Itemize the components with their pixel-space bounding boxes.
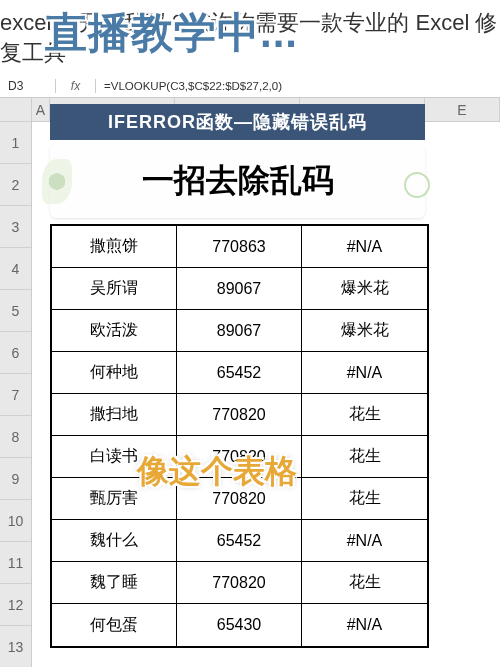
- table-row: 欧活泼89067爆米花: [52, 310, 427, 352]
- cell[interactable]: 爆米花: [302, 268, 427, 310]
- cell[interactable]: 89067: [177, 310, 302, 352]
- table-row: 撒煎饼770863#N/A: [52, 226, 427, 268]
- cell[interactable]: 何包蛋: [52, 604, 177, 646]
- cell[interactable]: 65452: [177, 352, 302, 394]
- cell[interactable]: 花生: [302, 562, 427, 604]
- fx-icon[interactable]: fx: [56, 79, 96, 93]
- content-area: A B C D E IFERROR函数—隐藏错误乱码 一招去除乱码 撒煎饼770…: [32, 98, 500, 667]
- cell[interactable]: 65452: [177, 520, 302, 562]
- col-header[interactable]: E: [425, 98, 500, 121]
- spreadsheet: 1 2 3 4 5 6 7 8 9 10 11 12 13 14 A B C D…: [0, 98, 500, 667]
- table-row: 撒扫地770820花生: [52, 394, 427, 436]
- row-header[interactable]: 7: [0, 374, 31, 416]
- col-header[interactable]: A: [32, 98, 50, 121]
- cell-reference[interactable]: D3: [0, 79, 56, 93]
- formula-bar: D3 fx =VLOOKUP(C3,$C$22:$D$27,2,0): [0, 74, 500, 98]
- data-table: 撒煎饼770863#N/A 吴所谓89067爆米花 欧活泼89067爆米花 何种…: [50, 224, 429, 648]
- table-row: 何种地65452#N/A: [52, 352, 427, 394]
- row-header[interactable]: 1: [0, 122, 31, 164]
- cell[interactable]: 770863: [177, 226, 302, 268]
- row-headers: 1 2 3 4 5 6 7 8 9 10 11 12 13 14: [0, 98, 32, 667]
- row-header[interactable]: 9: [0, 458, 31, 500]
- formula-input[interactable]: =VLOOKUP(C3,$C$22:$D$27,2,0): [96, 80, 500, 92]
- cell[interactable]: #N/A: [302, 520, 427, 562]
- cell[interactable]: 欧活泼: [52, 310, 177, 352]
- cell[interactable]: 魏了睡: [52, 562, 177, 604]
- row-header[interactable]: 10: [0, 500, 31, 542]
- table-row: 魏了睡770820花生: [52, 562, 427, 604]
- row-header[interactable]: 5: [0, 290, 31, 332]
- cell[interactable]: 爆米花: [302, 310, 427, 352]
- highlight-overlay: 像这个表格: [137, 450, 297, 494]
- cell[interactable]: #N/A: [302, 226, 427, 268]
- row-header[interactable]: 3: [0, 206, 31, 248]
- title-banner: IFERROR函数—隐藏错误乱码: [50, 104, 425, 140]
- corner-cell[interactable]: [0, 98, 31, 122]
- table-row: 吴所谓89067爆米花: [52, 268, 427, 310]
- row-header[interactable]: 11: [0, 542, 31, 584]
- cell[interactable]: 花生: [302, 394, 427, 436]
- cell[interactable]: 何种地: [52, 352, 177, 394]
- cell[interactable]: 花生: [302, 478, 427, 520]
- row-header[interactable]: 12: [0, 584, 31, 626]
- row-header[interactable]: 2: [0, 164, 31, 206]
- cell[interactable]: 花生: [302, 436, 427, 478]
- excel-window: 剪贴板 插入方法 D3 fx =VLOOKUP(C3,$C$22:$D$27,2…: [0, 60, 500, 667]
- row-header[interactable]: 4: [0, 248, 31, 290]
- overlay-live-title: 直播教学中...: [45, 5, 298, 61]
- table-row: 魏什么65452#N/A: [52, 520, 427, 562]
- tip-card: 一招去除乱码: [50, 144, 425, 218]
- cell[interactable]: 撒煎饼: [52, 226, 177, 268]
- cell[interactable]: 魏什么: [52, 520, 177, 562]
- cell[interactable]: 吴所谓: [52, 268, 177, 310]
- cell[interactable]: #N/A: [302, 352, 427, 394]
- tip-text: 一招去除乱码: [142, 159, 334, 203]
- cell[interactable]: 65430: [177, 604, 302, 646]
- cell[interactable]: 770820: [177, 394, 302, 436]
- cell[interactable]: 770820: [177, 562, 302, 604]
- cell[interactable]: 撒扫地: [52, 394, 177, 436]
- row-header[interactable]: 6: [0, 332, 31, 374]
- cell[interactable]: 89067: [177, 268, 302, 310]
- cell[interactable]: #N/A: [302, 604, 427, 646]
- row-header[interactable]: 13: [0, 626, 31, 667]
- table-row: 何包蛋65430#N/A: [52, 604, 427, 646]
- row-header[interactable]: 8: [0, 416, 31, 458]
